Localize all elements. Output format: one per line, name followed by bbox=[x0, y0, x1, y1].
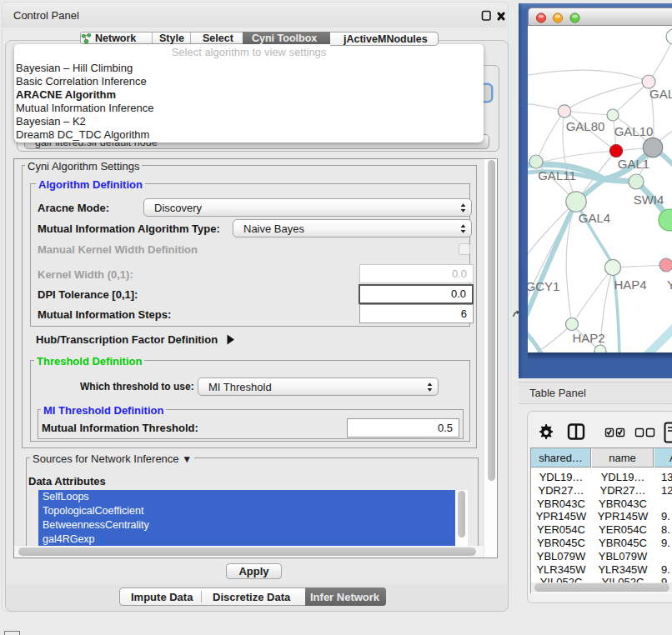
svg-text:Y: Y bbox=[667, 278, 672, 292]
svg-text:GAL: GAL bbox=[649, 87, 672, 101]
svg-text:GAL10: GAL10 bbox=[614, 124, 654, 138]
svg-text:HAP2: HAP2 bbox=[572, 331, 604, 345]
svg-text:GAL1: GAL1 bbox=[618, 157, 649, 171]
svg-text:GCY1: GCY1 bbox=[528, 279, 559, 293]
svg-text:GAL11: GAL11 bbox=[538, 168, 576, 182]
svg-text:SWI4: SWI4 bbox=[634, 192, 664, 207]
svg-text:HAP4: HAP4 bbox=[614, 278, 646, 292]
svg-text:GAL4: GAL4 bbox=[579, 211, 610, 225]
svg-text:GAL80: GAL80 bbox=[566, 119, 605, 133]
